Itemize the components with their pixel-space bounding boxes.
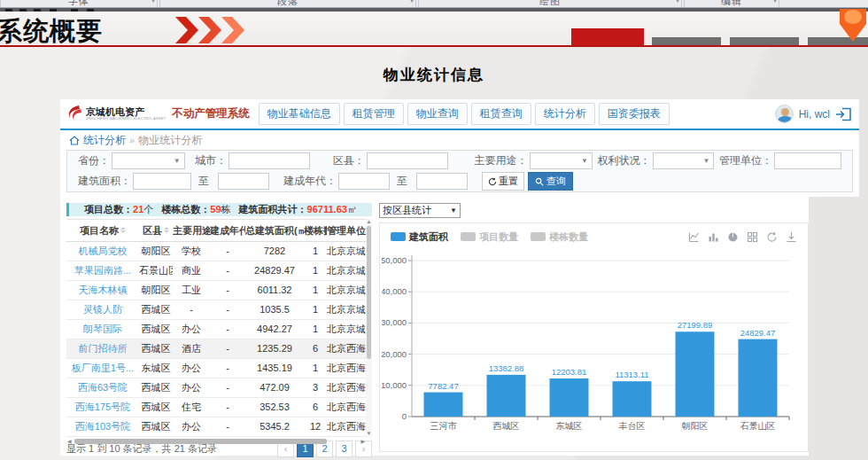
nav-tab-2[interactable]: 租赁管理 [344,103,404,125]
legend-item[interactable]: 项目数量 [461,230,518,244]
nav-tab-1[interactable]: 物业基础信息 [259,103,340,125]
summary-item: 建筑面积共计：96711.63㎡ [239,203,357,216]
restore-icon[interactable] [766,231,778,243]
table-row[interactable]: 板厂南里1号...东城区办公-1435.191北京西海工 [66,359,366,378]
bar-chart[interactable]: 010,00020,00030,00040,00050,0007782.47三河… [382,246,798,447]
column-header[interactable]: 建成年代 [210,220,245,241]
table-vertical-scrollbar[interactable]: ▲▼ [366,219,372,437]
line-chart-icon[interactable] [688,231,700,243]
province-select[interactable]: ▼ [112,152,185,169]
svg-text:丰台区: 丰台区 [619,421,646,431]
page-button-3[interactable]: 3 [336,441,353,457]
legend-swatch [461,232,476,241]
table-row[interactable]: 朗琴国际西城区办公-4942.271北京京城机 [66,320,366,339]
table-cell: 西城区 [139,300,173,319]
built-year-min-input[interactable] [338,173,390,190]
project-name-link[interactable]: 西海103号院 [66,417,139,436]
rights-select[interactable]: ▼ [653,152,715,169]
project-name-link[interactable]: 西海175号院 [66,398,139,417]
table-row[interactable]: 西海63号院西城区办公-472.093北京西海工 [66,378,366,398]
bar-东城区[interactable] [550,378,589,417]
table-cell: 1 [304,261,327,280]
column-header[interactable]: 管理单位 [327,220,366,241]
app-navbar: 京城机电资产 JINGCHENG MACHINERY ELECTRIC ASSE… [60,99,859,129]
table-cell: 北京京城机 [327,281,366,300]
table-cell: - [210,281,245,300]
province-label: 省份： [78,153,110,168]
usage-select[interactable]: ▼ [530,152,593,169]
project-table: 项目名称区县主要用途建成年代总建筑面积(㎡)楼栋数管理单位机械局党校朝阳区学校-… [66,219,366,437]
column-header[interactable]: 楼栋数 [304,220,327,241]
column-header[interactable]: 主要用途 [173,220,210,241]
filter-area: 省份： ▼ 城市： 区县： 主要用途： ▼ 权利状况： ▼ 管理单位： [60,147,859,197]
nav-tab-5[interactable]: 统计分析 [535,103,595,125]
svg-text:20,000: 20,000 [382,349,407,359]
summary-value: 21 [133,204,143,214]
filter-row-2: 建筑面积： 至 建成年代： 至 [67,171,852,191]
legend-swatch [531,232,546,241]
table-row[interactable]: 苹果园南路...石景山区商业-24829.471北京京城机 [66,261,366,281]
column-header[interactable]: 项目名称 [66,220,139,241]
table-row[interactable]: 灵镜人防西城区--1035.51北京京城机 [66,300,366,320]
manage-unit-input[interactable] [774,152,841,169]
data-view-grid-icon[interactable] [747,231,758,243]
table-cell: 1 [304,281,327,300]
legend-item[interactable]: 楼栋数量 [531,230,588,244]
project-name-link[interactable]: 灵镜人防 [66,300,139,319]
summary-item: 项目总数：21个 [84,203,153,216]
chart-box: 建筑面积项目数量楼栋数量 010,00020,00030,00040,00050… [379,222,809,452]
built-year-max-input[interactable] [416,173,468,190]
logout-icon[interactable] [835,107,852,121]
project-name-link[interactable]: 板厂南里1号... [66,359,139,378]
district-input[interactable] [367,152,448,169]
table-cell: 北京京城机 [327,300,366,319]
bar-三河市[interactable] [424,393,463,417]
table-row[interactable]: 天海木林镇朝阳区工业-6011.321北京京城机 [66,281,366,300]
query-button[interactable]: 查询 [528,172,573,191]
project-name-link[interactable]: 西海63号院 [66,378,139,397]
column-header[interactable]: 区县 [139,220,173,241]
table-row[interactable]: 前门招待所西城区酒店-1235.296北京西海工 [66,339,366,359]
brand-company-subtitle: JINGCHENG MACHINERY ELECTRIC ASSET [86,117,166,121]
project-name-link[interactable]: 前门招待所 [66,339,139,358]
svg-text:13382.88: 13382.88 [489,363,524,373]
city-input[interactable] [229,152,310,169]
table-row[interactable]: 机械局党校朝阳区学校-72821北京京城机 [66,242,366,261]
breadcrumb-section[interactable]: 统计分析 [83,133,126,148]
svg-text:12203.81: 12203.81 [552,367,587,377]
table-row[interactable]: 西海103号院西城区办公-5345.212北京西海工 [66,417,366,437]
svg-text:7782.47: 7782.47 [428,381,458,391]
table-cell: - [210,417,245,436]
table-cell: 5345.2 [245,417,304,436]
rights-label: 权利状况： [598,153,651,168]
nav-tab-4[interactable]: 租赁查询 [471,103,531,125]
area-min-input[interactable] [133,173,191,190]
nav-tab-6[interactable]: 国资委报表 [599,103,670,125]
nav-tab-3[interactable]: 物业查询 [407,103,468,125]
reset-button[interactable]: 重置 [482,172,524,191]
summary-label: 建筑面积共计： [239,204,307,214]
table-row[interactable]: 西海175号院西城区住宅-352.536北京西海工 [66,398,366,417]
ribbon-group-label: 绘图 [419,0,681,8]
chart-group-select[interactable]: 按区县统计▼ [379,203,461,218]
table-cell: 6 [304,339,327,358]
user-avatar[interactable] [775,105,794,123]
project-name-link[interactable]: 苹果园南路... [66,261,139,280]
summary-unit: 栋 [221,204,231,214]
bar-西城区[interactable] [487,375,526,417]
bar-朝阳区[interactable] [676,331,715,417]
bar-chart-icon[interactable] [708,231,719,243]
project-name-link[interactable]: 机械局党校 [66,242,139,261]
bar-丰台区[interactable] [613,381,652,417]
area-max-input[interactable] [218,173,269,190]
pie-chart-icon[interactable] [727,231,739,243]
table-cell: - [210,398,245,417]
save-image-icon[interactable] [786,231,797,243]
bar-石景山区[interactable] [739,339,778,417]
project-list-panel: 项目总数：21个楼栋总数：59栋建筑面积共计：96711.63㎡ 项目名称区县主… [66,203,372,452]
legend-item[interactable]: 建筑面积 [391,230,448,244]
svg-text:24829.47: 24829.47 [740,328,776,338]
project-name-link[interactable]: 天海木林镇 [66,281,139,300]
column-header[interactable]: 总建筑面积(㎡) [245,220,304,241]
project-name-link[interactable]: 朗琴国际 [66,320,139,339]
